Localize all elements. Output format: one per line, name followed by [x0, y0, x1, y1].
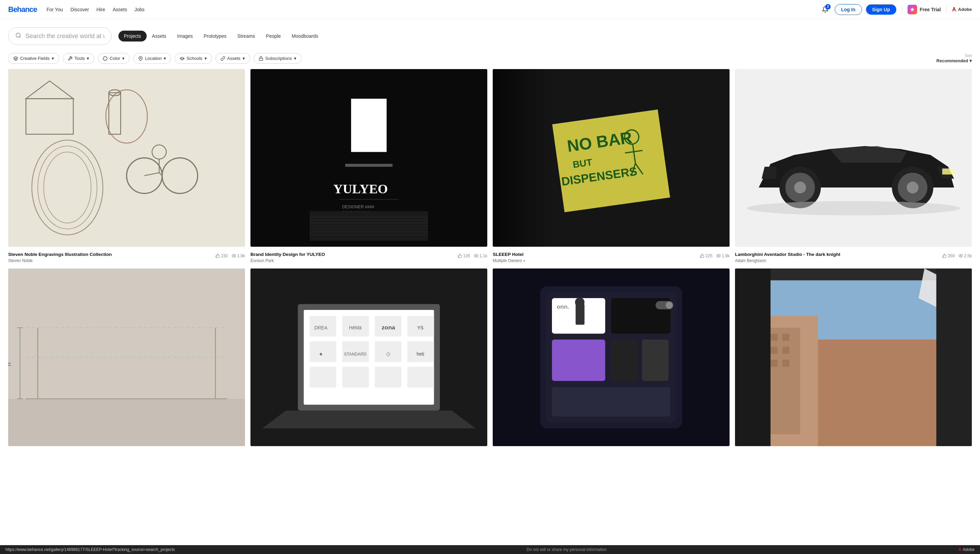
like-icon-3: [700, 253, 705, 258]
project-title-1: Steven Noble Engravings Illustration Col…: [8, 252, 112, 258]
nav-for-you[interactable]: For You: [47, 7, 63, 12]
like-icon-2: [458, 253, 462, 258]
view-icon-1: [232, 253, 236, 258]
tab-assets[interactable]: Assets: [147, 30, 172, 41]
search-input[interactable]: [25, 33, 105, 40]
tools-icon: [68, 56, 73, 61]
signup-button[interactable]: Sign Up: [866, 5, 896, 14]
thumb-svg-5: H: [8, 269, 245, 446]
svg-rect-124: [735, 269, 770, 446]
adobe-logo[interactable]: A Adobe: [952, 6, 972, 13]
svg-rect-105: [576, 304, 585, 325]
filter-schools-label: Schools: [186, 56, 202, 61]
svg-marker-0: [910, 7, 914, 11]
creative-fields-chevron: ▾: [52, 56, 54, 61]
adobe-icon: A: [952, 6, 956, 13]
svg-rect-50: [493, 69, 552, 247]
svg-rect-85: [342, 367, 369, 388]
sort-value[interactable]: Recommended ▾: [937, 58, 972, 63]
svg-text:◇: ◇: [386, 351, 391, 357]
svg-point-109: [666, 302, 673, 309]
nav-discover[interactable]: Discover: [70, 7, 89, 12]
filter-location[interactable]: Location ▾: [133, 53, 171, 64]
notification-button[interactable]: 3: [820, 4, 830, 15]
filter-color[interactable]: Color ▾: [98, 53, 130, 64]
sort-value-text: Recommended: [937, 58, 968, 63]
tab-streams[interactable]: Streams: [232, 30, 260, 41]
thumb-svg-1: [8, 69, 245, 247]
search-icon: [15, 32, 21, 40]
location-chevron: ▾: [164, 56, 166, 61]
view-icon-2: [474, 253, 479, 258]
search-tabs: Projects Assets Images Prototypes Stream…: [118, 30, 324, 41]
thumb-svg-8: [735, 269, 972, 446]
project-card-2[interactable]: YULYEO DESIGNER #### 010 0118 8810 YULYE…: [250, 69, 487, 263]
project-card-5[interactable]: H: [8, 269, 245, 449]
svg-text:heti: heti: [417, 351, 424, 357]
svg-line-2: [19, 37, 21, 37]
svg-text:onn.: onn.: [557, 304, 569, 310]
project-title-2: Brand Identity Design for YULYEO: [250, 252, 325, 258]
svg-rect-41: [552, 110, 670, 212]
sparkle-icon: [910, 7, 915, 12]
filter-schools[interactable]: Schools ▾: [175, 53, 212, 64]
svg-rect-117: [770, 347, 778, 354]
tab-images[interactable]: Images: [172, 30, 198, 41]
filter-creative-fields[interactable]: Creative Fields ▾: [8, 53, 59, 64]
behance-logo[interactable]: Behance: [8, 5, 37, 14]
filter-assets[interactable]: Assets ▾: [215, 53, 250, 64]
tab-moodboards[interactable]: Moodboards: [286, 30, 324, 41]
project-thumb-6: DREA HēMā zona YS ♠ STANDARD ◇ heti: [250, 269, 487, 446]
filter-tools[interactable]: Tools ▾: [63, 53, 94, 64]
svg-rect-104: [552, 387, 670, 417]
svg-rect-115: [770, 334, 778, 341]
project-card-4[interactable]: Lamborghini Aventador Studio - The dark …: [735, 69, 972, 263]
svg-rect-118: [782, 347, 789, 354]
card-meta-3: SLEEEP Hotel Multiple Owners ▾: [493, 248, 525, 263]
views-count-2: 1.1k: [479, 253, 487, 258]
project-card-8[interactable]: [735, 269, 972, 449]
free-trial-button[interactable]: Free Trial: [907, 5, 941, 14]
tab-projects[interactable]: Projects: [118, 30, 147, 41]
nav-hire[interactable]: Hire: [96, 7, 105, 12]
project-card-6[interactable]: DREA HēMā zona YS ♠ STANDARD ◇ heti: [250, 269, 487, 449]
project-card-3[interactable]: NO BAR BUT DISPENSERS: [493, 69, 730, 263]
adobe-label: Adobe: [958, 7, 972, 12]
card-meta-4: Lamborghini Aventador Studio - The dark …: [735, 248, 840, 263]
views-count-1: 1.9k: [237, 253, 245, 258]
login-button[interactable]: Log In: [835, 4, 862, 15]
svg-text:STANDARD: STANDARD: [344, 352, 366, 357]
subscriptions-chevron: ▾: [294, 56, 296, 61]
nav-jobs[interactable]: Jobs: [134, 7, 145, 12]
filter-subscriptions[interactable]: Subscriptions ▾: [253, 53, 301, 64]
svg-point-39: [476, 255, 477, 256]
project-card-1[interactable]: Steven Noble Engravings Illustration Col…: [8, 69, 245, 263]
search-bar-container: Projects Assets Images Prototypes Stream…: [8, 27, 972, 45]
tab-prototypes[interactable]: Prototypes: [198, 30, 232, 41]
color-chevron: ▾: [122, 56, 124, 61]
like-icon-4: [942, 253, 947, 258]
card-stats-row-3: SLEEEP Hotel Multiple Owners ▾ 225 1.9k: [493, 248, 730, 263]
multiple-owners-arrow: ▾: [523, 259, 525, 263]
svg-point-59: [747, 201, 960, 215]
navbar-links: For You Discover Hire Assets Jobs: [47, 7, 820, 12]
project-thumb-1: [8, 69, 245, 247]
svg-text:DESIGNER ####: DESIGNER ####: [342, 205, 374, 209]
likes-count-1: 230: [221, 253, 228, 258]
like-icon-1: [215, 253, 220, 258]
project-thumb-5: H: [8, 269, 245, 446]
tools-chevron: ▾: [87, 56, 89, 61]
tab-people[interactable]: People: [261, 30, 286, 41]
project-stats-4: 359 2.5k: [942, 253, 972, 258]
filter-color-label: Color: [110, 56, 120, 61]
search-section: Projects Assets Images Prototypes Stream…: [0, 19, 980, 50]
assets-icon: [221, 56, 225, 61]
project-card-7[interactable]: onn.: [493, 269, 730, 449]
project-stats-3: 225 1.9k: [700, 253, 730, 258]
sort-section: Sort Recommended ▾: [937, 53, 972, 63]
svg-rect-125: [937, 269, 972, 446]
svg-rect-87: [407, 367, 434, 388]
thumb-svg-4: [735, 69, 972, 247]
project-thumb-4: [735, 69, 972, 247]
nav-assets[interactable]: Assets: [113, 7, 127, 12]
